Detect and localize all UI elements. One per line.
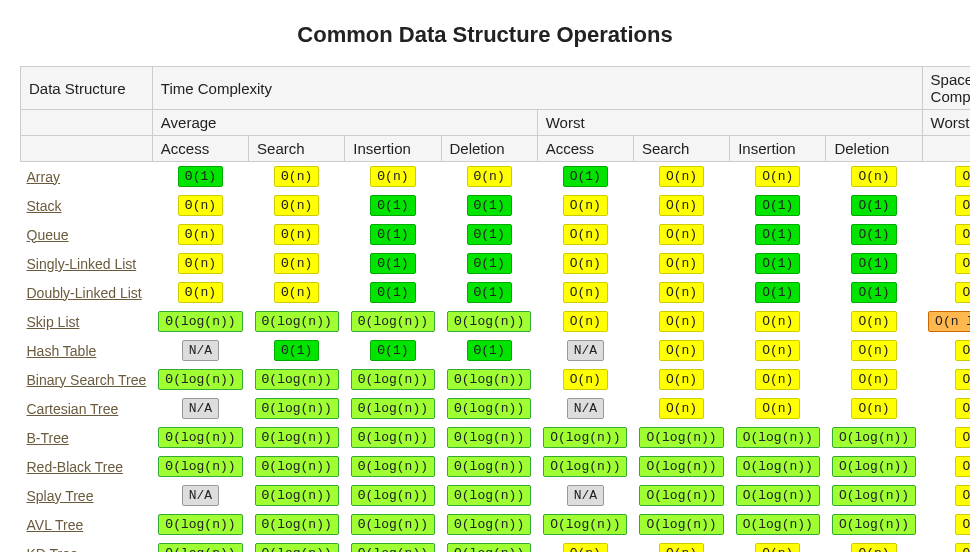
complexity-badge: Θ(log(n)) xyxy=(351,485,435,506)
ds-link[interactable]: Hash Table xyxy=(27,343,97,359)
ds-name-cell: Array xyxy=(21,162,153,192)
worst-search-cell: O(n) xyxy=(633,249,729,278)
ds-link[interactable]: Red-Black Tree xyxy=(27,459,123,475)
col-deletion: Deletion xyxy=(441,136,537,162)
ds-link[interactable]: Binary Search Tree xyxy=(27,372,147,388)
worst-insertion-cell: O(n) xyxy=(730,307,826,336)
ds-link[interactable]: Queue xyxy=(27,227,69,243)
complexity-badge: O(n) xyxy=(955,166,970,187)
complexity-badge: O(n) xyxy=(755,369,800,390)
worst-search-cell: O(log(n)) xyxy=(633,510,729,539)
ds-name-cell: Doubly-Linked List xyxy=(21,278,153,307)
avg-search-cell: Θ(n) xyxy=(249,278,345,307)
complexity-badge: O(1) xyxy=(755,253,800,274)
avg-deletion-cell: Θ(1) xyxy=(441,220,537,249)
space-cell: O(n) xyxy=(922,452,970,481)
complexity-badge: O(log(n)) xyxy=(736,456,820,477)
avg-access-cell: Θ(n) xyxy=(152,191,248,220)
complexity-badge: Θ(n) xyxy=(274,195,319,216)
complexity-badge: Θ(1) xyxy=(467,340,512,361)
complexity-badge: Θ(log(n)) xyxy=(447,369,531,390)
space-cell: O(n log(n)) xyxy=(922,307,970,336)
avg-deletion-cell: Θ(log(n)) xyxy=(441,452,537,481)
avg-insertion-cell: Θ(log(n)) xyxy=(345,510,441,539)
worst-search-cell: O(n) xyxy=(633,365,729,394)
avg-access-cell: N/A xyxy=(152,481,248,510)
ds-link[interactable]: Splay Tree xyxy=(27,488,94,504)
complexity-badge: Θ(log(n)) xyxy=(255,514,339,535)
col-search: Search xyxy=(249,136,345,162)
avg-search-cell: Θ(log(n)) xyxy=(249,510,345,539)
ds-link[interactable]: B-Tree xyxy=(27,430,69,446)
table-row: QueueΘ(n)Θ(n)Θ(1)Θ(1)O(n)O(n)O(1)O(1)O(n… xyxy=(21,220,971,249)
complexity-badge: Θ(1) xyxy=(467,253,512,274)
worst-deletion-cell: O(1) xyxy=(826,220,922,249)
ds-link[interactable]: Array xyxy=(27,169,60,185)
worst-access-cell: N/A xyxy=(537,336,633,365)
ds-name-cell: Cartesian Tree xyxy=(21,394,153,423)
space-cell: O(n) xyxy=(922,249,970,278)
complexity-badge: Θ(log(n)) xyxy=(447,311,531,332)
complexity-table: Data Structure Time Complexity Space Com… xyxy=(20,66,970,552)
complexity-badge: Θ(1) xyxy=(467,224,512,245)
complexity-badge: O(1) xyxy=(851,253,896,274)
worst-deletion-cell: O(n) xyxy=(826,307,922,336)
complexity-badge: O(n) xyxy=(563,195,608,216)
complexity-badge: O(n) xyxy=(955,456,970,477)
complexity-badge: Θ(log(n)) xyxy=(351,456,435,477)
complexity-badge: Θ(log(n)) xyxy=(255,456,339,477)
complexity-badge: Θ(log(n)) xyxy=(447,514,531,535)
table-row: B-TreeΘ(log(n))Θ(log(n))Θ(log(n))Θ(log(n… xyxy=(21,423,971,452)
col-space: Space Complexity xyxy=(922,67,970,110)
avg-search-cell: Θ(log(n)) xyxy=(249,365,345,394)
ds-link[interactable]: Cartesian Tree xyxy=(27,401,119,417)
ds-link[interactable]: Stack xyxy=(27,198,62,214)
ds-name-cell: Hash Table xyxy=(21,336,153,365)
ds-link[interactable]: Doubly-Linked List xyxy=(27,285,142,301)
col-ds: Data Structure xyxy=(21,67,153,110)
complexity-badge: O(n) xyxy=(955,224,970,245)
complexity-badge: Θ(n) xyxy=(370,166,415,187)
complexity-badge: O(1) xyxy=(851,282,896,303)
complexity-badge: Θ(n) xyxy=(274,166,319,187)
complexity-badge: Θ(1) xyxy=(370,282,415,303)
ds-link[interactable]: KD Tree xyxy=(27,546,78,553)
worst-access-cell: O(n) xyxy=(537,365,633,394)
complexity-badge: O(n) xyxy=(955,398,970,419)
complexity-badge: O(n) xyxy=(659,224,704,245)
complexity-badge: Θ(log(n)) xyxy=(158,369,242,390)
worst-insertion-cell: O(log(n)) xyxy=(730,423,826,452)
complexity-badge: O(n) xyxy=(955,369,970,390)
col-time: Time Complexity xyxy=(152,67,922,110)
table-row: KD TreeΘ(log(n))Θ(log(n))Θ(log(n))Θ(log(… xyxy=(21,539,971,552)
complexity-badge: Θ(log(n)) xyxy=(158,311,242,332)
complexity-badge: O(n) xyxy=(659,166,704,187)
avg-access-cell: Θ(log(n)) xyxy=(152,452,248,481)
complexity-badge: O(1) xyxy=(851,224,896,245)
avg-insertion-cell: Θ(1) xyxy=(345,220,441,249)
ds-link[interactable]: Singly-Linked List xyxy=(27,256,137,272)
complexity-badge: O(n) xyxy=(659,369,704,390)
complexity-badge: Θ(log(n)) xyxy=(351,543,435,552)
col-empty xyxy=(21,136,153,162)
complexity-badge: O(n) xyxy=(955,195,970,216)
complexity-badge: O(n) xyxy=(955,282,970,303)
complexity-badge: Θ(1) xyxy=(370,224,415,245)
complexity-badge: O(log(n)) xyxy=(639,456,723,477)
space-cell: O(n) xyxy=(922,423,970,452)
complexity-badge: O(n) xyxy=(851,398,896,419)
ds-link[interactable]: AVL Tree xyxy=(27,517,84,533)
worst-insertion-cell: O(1) xyxy=(730,278,826,307)
worst-search-cell: O(n) xyxy=(633,539,729,552)
avg-insertion-cell: Θ(log(n)) xyxy=(345,307,441,336)
complexity-badge: N/A xyxy=(182,485,219,506)
worst-deletion-cell: O(n) xyxy=(826,162,922,192)
avg-search-cell: Θ(log(n)) xyxy=(249,481,345,510)
worst-deletion-cell: O(log(n)) xyxy=(826,510,922,539)
ds-link[interactable]: Skip List xyxy=(27,314,80,330)
complexity-badge: Θ(1) xyxy=(274,340,319,361)
complexity-badge: Θ(log(n)) xyxy=(158,427,242,448)
complexity-badge: Θ(n) xyxy=(178,282,223,303)
complexity-badge: Θ(log(n)) xyxy=(447,456,531,477)
complexity-badge: Θ(1) xyxy=(467,282,512,303)
